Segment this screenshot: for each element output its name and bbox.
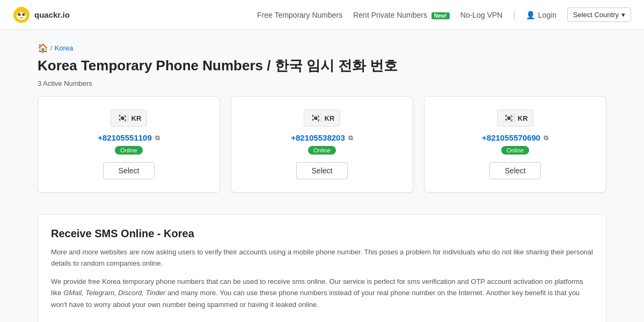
main-content: 🏠 / Korea Korea Temporary Phone Numbers … xyxy=(27,30,617,322)
online-badge: Online xyxy=(115,146,143,155)
select-button[interactable]: Select xyxy=(489,162,541,179)
flag-emoji: 🇰🇷 xyxy=(503,112,515,124)
number-cards-grid: 🇰🇷 KR +82105551109 ⧉ Online Select 🇰🇷 KR xyxy=(38,96,606,193)
logo-text: quackr.io xyxy=(34,10,70,19)
svg-point-2 xyxy=(18,13,21,16)
svg-point-3 xyxy=(23,13,25,16)
card-flag-row: 🇰🇷 KR xyxy=(242,109,402,127)
active-count: 3 Active Numbers xyxy=(38,79,606,87)
svg-point-6 xyxy=(19,17,24,18)
user-icon: 👤 xyxy=(526,11,535,19)
site-header: quackr.io Free Temporary Numbers Rent Pr… xyxy=(0,0,644,30)
country-code: KR xyxy=(131,114,142,122)
nav-divider: | xyxy=(513,10,515,20)
main-nav: Free Temporary Numbers Rent Private Numb… xyxy=(257,8,631,22)
select-button[interactable]: Select xyxy=(103,162,155,179)
country-code: KR xyxy=(325,114,335,122)
copy-icon[interactable]: ⧉ xyxy=(348,134,353,142)
flag-badge: 🇰🇷 KR xyxy=(497,109,534,127)
info-title: Receive SMS Online - Korea xyxy=(51,228,593,240)
breadcrumb: 🏠 / Korea xyxy=(38,43,606,53)
login-button[interactable]: 👤 Login xyxy=(526,11,556,19)
phone-number[interactable]: +821055570690 ⧉ xyxy=(435,133,595,142)
online-badge: Online xyxy=(501,146,529,155)
new-badge: New! xyxy=(431,12,450,19)
number-card: 🇰🇷 KR +82105538203 ⧉ Online Select xyxy=(231,96,413,193)
info-paragraph-1: More and more websites are now asking us… xyxy=(51,246,593,269)
flag-badge: 🇰🇷 KR xyxy=(304,109,341,127)
phone-number[interactable]: +82105538203 ⧉ xyxy=(242,133,402,142)
online-badge: Online xyxy=(308,146,336,155)
country-select-button[interactable]: Select Country ▾ xyxy=(567,8,631,22)
nav-rent-numbers[interactable]: Rent Private Numbers New! xyxy=(353,11,450,19)
svg-point-5 xyxy=(24,13,25,14)
home-icon[interactable]: 🏠 xyxy=(38,43,48,53)
copy-icon[interactable]: ⧉ xyxy=(544,134,548,142)
svg-point-4 xyxy=(19,13,20,14)
nav-vpn[interactable]: No-Log VPN xyxy=(460,11,503,19)
breadcrumb-country-link[interactable]: Korea xyxy=(55,44,74,52)
copy-icon[interactable]: ⧉ xyxy=(155,134,160,142)
logo[interactable]: quackr.io xyxy=(13,6,70,24)
country-code: KR xyxy=(518,114,528,122)
flag-badge: 🇰🇷 KR xyxy=(111,109,148,127)
nav-free-numbers[interactable]: Free Temporary Numbers xyxy=(257,11,342,19)
card-flag-row: 🇰🇷 KR xyxy=(435,109,595,127)
select-button[interactable]: Select xyxy=(296,162,348,179)
phone-number[interactable]: +82105551109 ⧉ xyxy=(49,133,209,142)
number-card: 🇰🇷 KR +82105551109 ⧉ Online Select xyxy=(38,96,220,193)
info-section: Receive SMS Online - Korea More and more… xyxy=(38,214,606,322)
page-title: Korea Temporary Phone Numbers / 한국 임시 전화… xyxy=(38,56,606,75)
logo-icon xyxy=(13,6,30,24)
info-paragraph-2: We provide free Korea temporary phone nu… xyxy=(51,276,593,310)
flag-emoji: 🇰🇷 xyxy=(310,112,321,124)
chevron-down-icon: ▾ xyxy=(621,11,625,19)
flag-emoji: 🇰🇷 xyxy=(116,112,128,124)
svg-point-1 xyxy=(17,12,26,20)
page-header: 🏠 / Korea Korea Temporary Phone Numbers … xyxy=(38,43,606,87)
card-flag-row: 🇰🇷 KR xyxy=(49,109,209,127)
number-card: 🇰🇷 KR +821055570690 ⧉ Online Select xyxy=(424,96,606,193)
